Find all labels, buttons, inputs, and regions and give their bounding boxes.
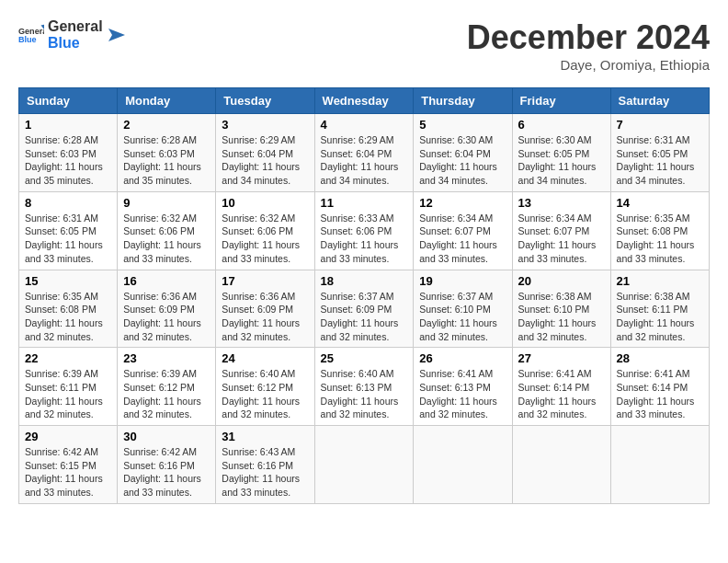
- day-info: Sunrise: 6:36 AMSunset: 6:09 PMDaylight:…: [222, 291, 300, 342]
- calendar-cell: 30Sunrise: 6:42 AMSunset: 6:16 PMDayligh…: [118, 426, 216, 504]
- calendar-cell: 11Sunrise: 6:33 AMSunset: 6:06 PMDayligh…: [314, 191, 414, 270]
- day-info: Sunrise: 6:30 AMSunset: 6:04 PMDaylight:…: [419, 134, 497, 186]
- day-number: 11: [321, 196, 408, 210]
- svg-marker-3: [108, 29, 125, 41]
- header-wednesday: Wednesday: [314, 88, 414, 114]
- day-info: Sunrise: 6:34 AMSunset: 6:07 PMDaylight:…: [518, 213, 597, 264]
- day-number: 20: [518, 274, 605, 288]
- day-info: Sunrise: 6:41 AMSunset: 6:14 PMDaylight:…: [617, 368, 695, 419]
- calendar-cell: 9Sunrise: 6:32 AMSunset: 6:06 PMDaylight…: [118, 191, 216, 270]
- calendar-cell: 18Sunrise: 6:37 AMSunset: 6:09 PMDayligh…: [314, 270, 414, 348]
- calendar-row: 29Sunrise: 6:42 AMSunset: 6:15 PMDayligh…: [19, 426, 710, 504]
- header-row: Sunday Monday Tuesday Wednesday Thursday…: [19, 88, 710, 114]
- calendar-row: 15Sunrise: 6:35 AMSunset: 6:08 PMDayligh…: [19, 270, 710, 348]
- calendar-cell: 26Sunrise: 6:41 AMSunset: 6:13 PMDayligh…: [414, 348, 512, 426]
- day-number: 22: [25, 351, 111, 365]
- day-number: 17: [222, 274, 308, 288]
- calendar-cell: [314, 426, 414, 504]
- calendar-row: 8Sunrise: 6:31 AMSunset: 6:05 PMDaylight…: [19, 191, 710, 270]
- day-number: 25: [321, 351, 408, 365]
- calendar-cell: 27Sunrise: 6:41 AMSunset: 6:14 PMDayligh…: [512, 348, 610, 426]
- day-number: 9: [123, 196, 210, 210]
- day-info: Sunrise: 6:42 AMSunset: 6:16 PMDaylight:…: [123, 446, 201, 498]
- day-number: 6: [518, 118, 605, 132]
- day-number: 26: [419, 351, 506, 365]
- calendar-body: 1Sunrise: 6:28 AMSunset: 6:03 PMDaylight…: [19, 114, 710, 504]
- page-header: General Blue General Blue December 2024 …: [18, 18, 710, 73]
- calendar-row: 22Sunrise: 6:39 AMSunset: 6:11 PMDayligh…: [19, 348, 710, 426]
- day-number: 21: [617, 274, 703, 288]
- day-info: Sunrise: 6:34 AMSunset: 6:07 PMDaylight:…: [419, 213, 497, 264]
- logo-icon: General Blue: [18, 22, 44, 48]
- calendar-cell: 5Sunrise: 6:30 AMSunset: 6:04 PMDaylight…: [414, 114, 512, 192]
- svg-text:Blue: Blue: [18, 35, 37, 44]
- calendar-cell: 2Sunrise: 6:28 AMSunset: 6:03 PMDaylight…: [118, 114, 216, 192]
- day-info: Sunrise: 6:28 AMSunset: 6:03 PMDaylight:…: [25, 134, 103, 186]
- day-info: Sunrise: 6:31 AMSunset: 6:05 PMDaylight:…: [25, 213, 103, 264]
- day-info: Sunrise: 6:32 AMSunset: 6:06 PMDaylight:…: [222, 213, 300, 264]
- calendar-cell: [610, 426, 709, 504]
- calendar-cell: 3Sunrise: 6:29 AMSunset: 6:04 PMDaylight…: [216, 114, 314, 192]
- calendar-cell: 8Sunrise: 6:31 AMSunset: 6:05 PMDaylight…: [19, 191, 118, 270]
- day-number: 13: [518, 196, 605, 210]
- day-number: 5: [419, 118, 506, 132]
- calendar-cell: 13Sunrise: 6:34 AMSunset: 6:07 PMDayligh…: [512, 191, 610, 270]
- calendar-cell: 19Sunrise: 6:37 AMSunset: 6:10 PMDayligh…: [414, 270, 512, 348]
- calendar-cell: 22Sunrise: 6:39 AMSunset: 6:11 PMDayligh…: [19, 348, 118, 426]
- day-number: 27: [518, 351, 605, 365]
- location: Daye, Oromiya, Ethiopia: [467, 57, 710, 73]
- day-number: 19: [419, 274, 506, 288]
- day-number: 23: [123, 351, 210, 365]
- day-info: Sunrise: 6:29 AMSunset: 6:04 PMDaylight:…: [222, 134, 300, 186]
- header-tuesday: Tuesday: [216, 88, 314, 114]
- day-info: Sunrise: 6:29 AMSunset: 6:04 PMDaylight:…: [321, 134, 399, 186]
- day-info: Sunrise: 6:33 AMSunset: 6:06 PMDaylight:…: [321, 213, 399, 264]
- calendar-cell: 17Sunrise: 6:36 AMSunset: 6:09 PMDayligh…: [216, 270, 314, 348]
- title-block: December 2024 Daye, Oromiya, Ethiopia: [467, 18, 710, 73]
- day-info: Sunrise: 6:41 AMSunset: 6:13 PMDaylight:…: [419, 368, 497, 419]
- day-number: 18: [321, 274, 408, 288]
- day-number: 15: [25, 274, 111, 288]
- day-number: 24: [222, 351, 308, 365]
- logo-arrow-icon: [107, 25, 127, 45]
- calendar-cell: 14Sunrise: 6:35 AMSunset: 6:08 PMDayligh…: [610, 191, 709, 270]
- calendar-cell: 4Sunrise: 6:29 AMSunset: 6:04 PMDaylight…: [314, 114, 414, 192]
- day-number: 8: [25, 196, 111, 210]
- day-info: Sunrise: 6:40 AMSunset: 6:12 PMDaylight:…: [222, 368, 300, 419]
- logo-blue: Blue: [48, 35, 103, 52]
- logo-general: General: [48, 18, 103, 35]
- calendar-cell: 10Sunrise: 6:32 AMSunset: 6:06 PMDayligh…: [216, 191, 314, 270]
- day-number: 1: [25, 118, 111, 132]
- day-info: Sunrise: 6:30 AMSunset: 6:05 PMDaylight:…: [518, 134, 597, 186]
- calendar-cell: 23Sunrise: 6:39 AMSunset: 6:12 PMDayligh…: [118, 348, 216, 426]
- calendar-cell: 24Sunrise: 6:40 AMSunset: 6:12 PMDayligh…: [216, 348, 314, 426]
- day-info: Sunrise: 6:40 AMSunset: 6:13 PMDaylight:…: [321, 368, 399, 419]
- day-info: Sunrise: 6:37 AMSunset: 6:10 PMDaylight:…: [419, 291, 497, 342]
- month-title: December 2024: [467, 18, 710, 57]
- day-info: Sunrise: 6:36 AMSunset: 6:09 PMDaylight:…: [123, 291, 201, 342]
- calendar-cell: 15Sunrise: 6:35 AMSunset: 6:08 PMDayligh…: [19, 270, 118, 348]
- header-friday: Friday: [512, 88, 610, 114]
- day-number: 2: [123, 118, 210, 132]
- day-number: 10: [222, 196, 308, 210]
- day-number: 29: [25, 430, 111, 443]
- day-info: Sunrise: 6:43 AMSunset: 6:16 PMDaylight:…: [222, 446, 300, 498]
- day-number: 12: [419, 196, 506, 210]
- calendar-cell: 1Sunrise: 6:28 AMSunset: 6:03 PMDaylight…: [19, 114, 118, 192]
- day-number: 16: [123, 274, 210, 288]
- calendar-cell: 21Sunrise: 6:38 AMSunset: 6:11 PMDayligh…: [610, 270, 709, 348]
- day-info: Sunrise: 6:38 AMSunset: 6:11 PMDaylight:…: [617, 291, 695, 342]
- day-info: Sunrise: 6:38 AMSunset: 6:10 PMDaylight:…: [518, 291, 597, 342]
- svg-text:General: General: [18, 26, 44, 35]
- day-info: Sunrise: 6:28 AMSunset: 6:03 PMDaylight:…: [123, 134, 201, 186]
- calendar-table: Sunday Monday Tuesday Wednesday Thursday…: [18, 87, 710, 504]
- calendar-cell: 12Sunrise: 6:34 AMSunset: 6:07 PMDayligh…: [414, 191, 512, 270]
- header-thursday: Thursday: [414, 88, 512, 114]
- calendar-cell: 6Sunrise: 6:30 AMSunset: 6:05 PMDaylight…: [512, 114, 610, 192]
- day-info: Sunrise: 6:31 AMSunset: 6:05 PMDaylight:…: [617, 134, 695, 186]
- day-info: Sunrise: 6:35 AMSunset: 6:08 PMDaylight:…: [617, 213, 695, 264]
- calendar-cell: 16Sunrise: 6:36 AMSunset: 6:09 PMDayligh…: [118, 270, 216, 348]
- day-number: 28: [617, 351, 703, 365]
- day-info: Sunrise: 6:32 AMSunset: 6:06 PMDaylight:…: [123, 213, 201, 264]
- day-number: 30: [123, 430, 210, 443]
